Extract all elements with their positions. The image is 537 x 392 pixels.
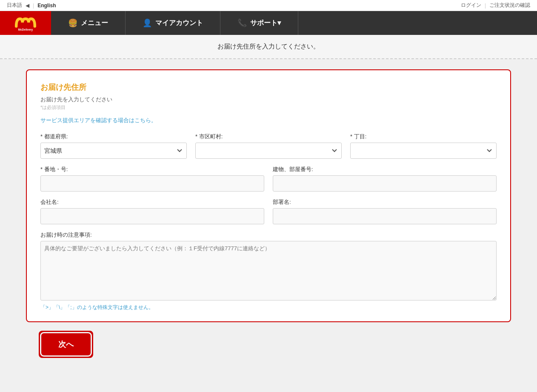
company-input[interactable] bbox=[40, 208, 264, 224]
city-group: * 市区町村: bbox=[195, 133, 342, 159]
menu-icon: 🍔 bbox=[68, 18, 77, 28]
top-separator: | bbox=[485, 3, 486, 9]
address-row-2: * 番地・号: 建物、部屋番号: bbox=[40, 166, 497, 192]
prefecture-label: * 都道府県: bbox=[40, 133, 187, 140]
page-title-area: お届け先住所を入力してください。 bbox=[0, 35, 537, 59]
top-right-links: ログイン | ご注文状況の確認 bbox=[461, 2, 530, 9]
service-area-link[interactable]: サービス提供エリアを確認する場合はこちら。 bbox=[40, 117, 157, 124]
page-title: お届け先住所を入力してください。 bbox=[217, 43, 320, 50]
next-button[interactable]: 次へ bbox=[41, 333, 91, 355]
special-chars-note: 「>」「\」「;」のような特殊文字は使えません。 bbox=[40, 304, 497, 311]
logo-area[interactable]: McDelivery bbox=[0, 11, 51, 35]
company-label: 会社名: bbox=[40, 198, 264, 206]
account-icon: 👤 bbox=[143, 18, 152, 28]
order-status-link[interactable]: ご注文状況の確認 bbox=[489, 2, 530, 9]
form-subtitle: お届け先を入力してください bbox=[40, 96, 497, 103]
address-row-1: * 都道府県: 宮城県 * 市区町村: * 丁目: bbox=[40, 133, 497, 159]
form-card: お届け先住所 お届け先を入力してください *は必須項目 サービス提供エリアを確認… bbox=[26, 69, 511, 322]
lang-arrow: ◀ bbox=[26, 3, 29, 9]
address-number-group: * 番地・号: bbox=[40, 166, 264, 192]
department-input[interactable] bbox=[273, 208, 497, 224]
address-row-3: 会社名: 部署名: bbox=[40, 198, 497, 224]
nav-account-label: マイアカウント bbox=[155, 19, 203, 28]
notes-textarea[interactable] bbox=[40, 241, 497, 300]
form-required-note: *は必須項目 bbox=[40, 104, 497, 111]
nav-menu-label: メニュー bbox=[81, 19, 108, 28]
button-area: 次へ bbox=[26, 322, 511, 366]
lang-separator: | bbox=[33, 3, 34, 9]
notes-group: お届け時の注意事項: bbox=[40, 231, 497, 300]
next-button-wrapper: 次へ bbox=[39, 331, 93, 358]
nav-account[interactable]: 👤 マイアカウント bbox=[126, 11, 220, 35]
building-input[interactable] bbox=[273, 175, 497, 192]
nav-items: 🍔 メニュー 👤 マイアカウント 📞 サポート▾ bbox=[51, 11, 537, 35]
form-title: お届け先住所 bbox=[40, 82, 497, 92]
nav-support[interactable]: 📞 サポート▾ bbox=[220, 11, 298, 35]
chome-select[interactable] bbox=[350, 143, 497, 159]
nav-support-label: サポート▾ bbox=[250, 19, 281, 28]
department-label: 部署名: bbox=[273, 198, 497, 206]
logo-icon: McDelivery bbox=[13, 14, 38, 31]
phone-icon: 📞 bbox=[237, 18, 247, 28]
city-label: * 市区町村: bbox=[195, 133, 342, 140]
prefecture-group: * 都道府県: 宮城県 bbox=[40, 133, 187, 159]
address-label: * 番地・号: bbox=[40, 166, 264, 173]
notes-label: お届け時の注意事項: bbox=[40, 231, 497, 239]
main-content: お届け先住所 お届け先を入力してください *は必須項目 サービス提供エリアを確認… bbox=[0, 59, 537, 377]
chome-label: * 丁目: bbox=[350, 133, 497, 140]
company-group: 会社名: bbox=[40, 198, 264, 224]
language-bar: 日本語 ◀ | English ログイン | ご注文状況の確認 bbox=[0, 0, 537, 11]
navbar: McDelivery 🍔 メニュー 👤 マイアカウント 📞 サポート▾ bbox=[0, 11, 537, 35]
city-select[interactable] bbox=[195, 143, 342, 159]
lang-english[interactable]: English bbox=[37, 3, 56, 9]
department-group: 部署名: bbox=[273, 198, 497, 224]
login-link[interactable]: ログイン bbox=[461, 2, 481, 9]
prefecture-select[interactable]: 宮城県 bbox=[40, 143, 187, 159]
building-group: 建物、部屋番号: bbox=[273, 166, 497, 192]
lang-japanese[interactable]: 日本語 bbox=[7, 2, 22, 9]
building-label: 建物、部屋番号: bbox=[273, 166, 497, 173]
svg-text:McDelivery: McDelivery bbox=[18, 28, 33, 31]
chome-group: * 丁目: bbox=[350, 133, 497, 159]
address-input[interactable] bbox=[40, 175, 264, 192]
nav-menu[interactable]: 🍔 メニュー bbox=[51, 11, 126, 35]
